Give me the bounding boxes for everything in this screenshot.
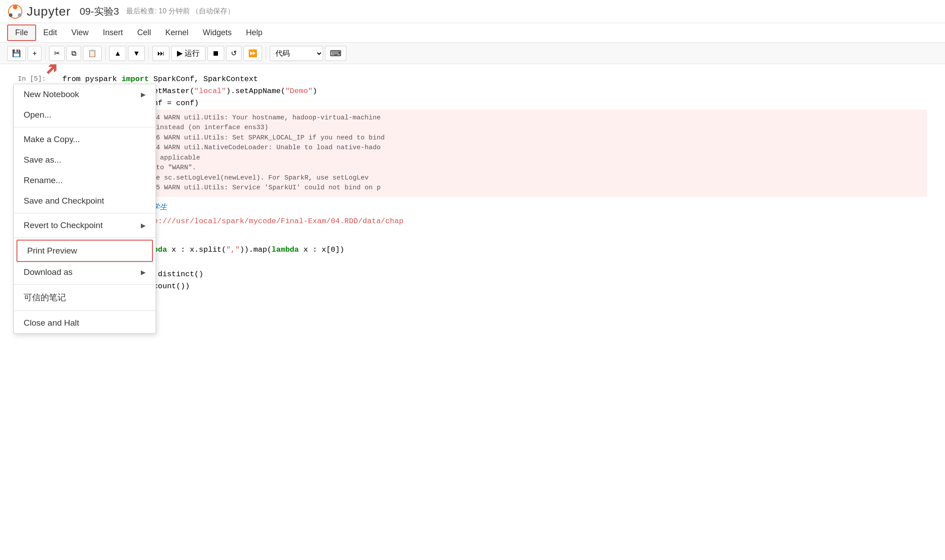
main-content: In [5]: from pyspark import SparkConf, S… <box>0 64 945 560</box>
save-button[interactable]: 💾 <box>7 46 26 61</box>
download-as-label: Download as <box>24 267 73 277</box>
open-label: Open... <box>24 110 51 120</box>
section-line: s = sc.textFile("file:///usr/local/spark… <box>62 215 927 227</box>
toolbar-separator-1 <box>45 47 45 60</box>
svg-point-3 <box>9 13 12 17</box>
close-halt-label: Close and Halt <box>24 318 79 328</box>
section-str: "file:///usr/local/spark/mycode/Final-Ex… <box>135 217 403 225</box>
run-button[interactable]: ▶ 运行 <box>171 46 205 61</box>
restart-button[interactable]: ↺ <box>226 46 242 61</box>
copy-button[interactable]: ⧉ <box>66 46 81 61</box>
menu-save-checkpoint[interactable]: Save and Checkpoint <box>14 191 156 211</box>
svg-point-2 <box>18 13 21 17</box>
output-line-7: djust logging level use sc.setLogLevel(n… <box>68 173 922 184</box>
keyboard-button[interactable]: ⌨ <box>325 46 346 61</box>
new-notebook-arrow: ▶ <box>141 91 146 98</box>
revert-checkpoint-label: Revert to Checkpoint <box>24 221 103 230</box>
rename-label: Rename... <box>24 176 63 185</box>
menu-item-view[interactable]: View <box>64 25 96 40</box>
paste-button[interactable]: 📋 <box>83 46 102 61</box>
file-dropdown-menu: New Notebook ▶ Open... Make a Copy... Sa… <box>13 84 156 334</box>
stop-button[interactable]: ⏹ <box>207 46 224 61</box>
cell-1-output: 2021-06-16 16:10:39,184 WARN util.Utils:… <box>62 110 927 197</box>
svg-point-1 <box>13 5 17 9</box>
trusted-notebook-label: 可信的笔记 <box>24 292 66 303</box>
fast-forward-button[interactable]: ⏭ <box>152 46 169 61</box>
autosave-text: 最后检查: 10 分钟前 （自动保存） <box>126 7 235 16</box>
output-line-2: ; using 192.168.0.129 instead (on interf… <box>68 123 922 133</box>
dropdown-sep-2 <box>14 213 156 213</box>
menubar: File Edit View Insert Cell Kernel Widget… <box>0 23 945 43</box>
output-line-6: ing default log level to "WARN". <box>68 163 922 173</box>
revert-checkpoint-arrow: ▶ <box>141 222 146 229</box>
toolbar-separator-3 <box>148 47 149 60</box>
output-line-5: tin-java classes where applicable <box>68 153 922 164</box>
menu-new-notebook[interactable]: New Notebook ▶ <box>14 84 156 105</box>
move-up-button[interactable]: ▲ <box>109 46 126 61</box>
menu-print-preview[interactable]: Print Preview <box>16 240 153 262</box>
menu-item-help[interactable]: Help <box>239 25 270 40</box>
toolbar: 💾 + ✂ ⧉ 📋 ▲ ▼ ⏭ ▶ 运行 ⏹ ↺ ⏩ 代码 ⌨ <box>0 43 945 64</box>
menu-open[interactable]: Open... <box>14 105 156 125</box>
menu-item-widgets[interactable]: Widgets <box>196 25 239 40</box>
add-cell-button[interactable]: + <box>28 46 41 61</box>
menu-trusted-notebook[interactable]: 可信的笔记 <box>14 286 156 309</box>
output-line-3: 2021-06-16 16:10:39,186 WARN util.Utils:… <box>68 133 922 143</box>
section-header: case1.1 该系总共有多少学生 <box>62 201 927 213</box>
output-line-1: 2021-06-16 16:10:39,184 WARN util.Utils:… <box>68 113 922 123</box>
menu-download-as[interactable]: Download as ▶ <box>14 262 156 282</box>
menu-rename[interactable]: Rename... <box>14 170 156 191</box>
menu-save-as[interactable]: Save as... <box>14 150 156 170</box>
download-as-arrow: ▶ <box>141 269 146 276</box>
save-checkpoint-label: Save and Checkpoint <box>24 196 104 206</box>
jupyter-logo: Jupyter <box>7 4 71 20</box>
print-preview-label: Print Preview <box>27 246 77 256</box>
dropdown-sep-5 <box>14 311 156 311</box>
menu-item-insert[interactable]: Insert <box>96 25 130 40</box>
menu-make-copy[interactable]: Make a Copy... <box>14 129 156 150</box>
menu-item-file[interactable]: File <box>7 25 36 41</box>
save-as-label: Save as... <box>24 155 62 165</box>
jupyter-logo-icon <box>7 4 23 20</box>
move-down-button[interactable]: ▼ <box>128 46 145 61</box>
output-line-8: 2021-06-16 16:10:42,525 WARN util.Utils:… <box>68 183 922 193</box>
toolbar-separator-2 <box>105 47 106 60</box>
menu-close-halt[interactable]: Close and Halt <box>14 313 156 333</box>
menu-item-edit[interactable]: Edit <box>36 25 64 40</box>
new-notebook-label: New Notebook <box>24 90 79 99</box>
menu-item-cell[interactable]: Cell <box>130 25 158 40</box>
make-copy-label: Make a Copy... <box>24 135 80 144</box>
toolbar-separator-4 <box>266 47 266 60</box>
menu-revert-checkpoint[interactable]: Revert to Checkpoint ▶ <box>14 215 156 236</box>
jupyter-logo-text: Jupyter <box>27 4 71 19</box>
menu-item-kernel[interactable]: Kernel <box>158 25 196 40</box>
restart-run-button[interactable]: ⏩ <box>243 46 262 61</box>
dropdown-sep-3 <box>14 237 156 238</box>
cell-type-select[interactable]: 代码 <box>270 46 323 61</box>
run-label: 运行 <box>185 48 200 58</box>
output-line-4: 2021-06-16 16:10:40,164 WARN util.Native… <box>68 143 922 153</box>
dropdown-sep-4 <box>14 284 156 285</box>
run-icon: ▶ <box>177 49 183 58</box>
header: Jupyter 09-实验3 最后检查: 10 分钟前 （自动保存） <box>0 0 945 23</box>
dropdown-sep-1 <box>14 127 156 127</box>
notebook-title: 09-实验3 <box>80 5 119 18</box>
cut-button[interactable]: ✂ <box>49 46 65 61</box>
